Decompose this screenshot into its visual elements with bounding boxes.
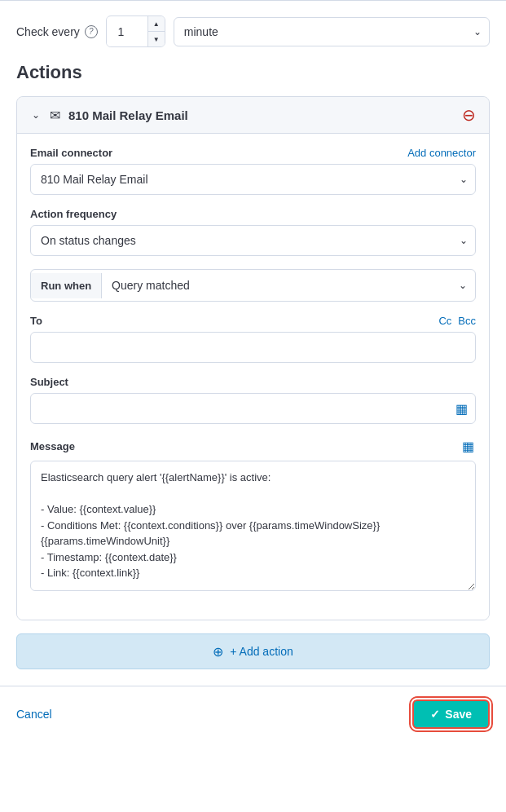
action-card-body: Email connector Add connector 810 Mail R… xyxy=(17,133,489,620)
stepper-up-button[interactable]: ▲ xyxy=(148,16,165,31)
collapse-button[interactable]: ⌄ xyxy=(30,108,42,122)
message-textarea[interactable]: Elasticsearch query alert '{{alertName}}… xyxy=(30,461,476,591)
bcc-link[interactable]: Bcc xyxy=(458,315,476,327)
cancel-button[interactable]: Cancel xyxy=(16,704,52,724)
plus-circle-icon: ⊕ xyxy=(213,644,223,660)
message-field: Message ▦ Elasticsearch query alert '{{a… xyxy=(30,437,476,594)
action-card-header: ⌄ ✉ 810 Mail Relay Email ⊖ xyxy=(17,97,489,133)
minus-circle-icon: ⊖ xyxy=(462,107,476,123)
number-stepper: ▲ ▼ xyxy=(147,16,165,46)
add-action-label: + Add action xyxy=(230,645,293,658)
actions-section: Actions ⌄ ✉ 810 Mail Relay Email ⊖ Email… xyxy=(0,62,506,669)
stepper-down-button[interactable]: ▼ xyxy=(148,32,165,46)
check-every-section: Check every ? ▲ ▼ minute second hour day… xyxy=(0,1,506,62)
subject-field: Subject ▦ xyxy=(30,376,476,424)
subject-input-wrapper: ▦ xyxy=(30,393,476,424)
save-button[interactable]: ✓ Save xyxy=(412,699,490,729)
action-frequency-field: Action frequency On status changes On ch… xyxy=(30,208,476,256)
actions-title: Actions xyxy=(16,62,490,83)
check-every-text: Check every xyxy=(16,25,80,38)
action-card-title: 810 Mail Relay Email xyxy=(68,108,454,122)
to-input[interactable] xyxy=(30,332,476,363)
action-frequency-label: Action frequency xyxy=(30,208,117,220)
run-when-prefix-label: Run when xyxy=(31,273,102,298)
footer: Cancel ✓ Save xyxy=(0,686,506,742)
run-when-field: Run when Query matched Query not matched… xyxy=(30,269,476,302)
checkmark-icon: ✓ xyxy=(430,708,440,721)
cc-link[interactable]: Cc xyxy=(438,315,451,327)
run-when-select[interactable]: Query matched Query not matched xyxy=(102,270,475,301)
action-card: ⌄ ✉ 810 Mail Relay Email ⊖ Email connect… xyxy=(16,96,490,620)
check-every-help-icon[interactable]: ? xyxy=(85,25,98,38)
email-connector-select-wrapper: 810 Mail Relay Email ⌄ xyxy=(30,164,476,195)
message-variable-icon: ▦ xyxy=(462,439,474,454)
unit-select[interactable]: minute second hour day xyxy=(174,17,490,46)
add-action-button[interactable]: ⊕ + Add action xyxy=(16,633,490,669)
to-label: To xyxy=(30,315,42,327)
unit-select-wrapper: minute second hour day ⌄ xyxy=(174,17,490,46)
subject-variable-button[interactable]: ▦ xyxy=(454,399,469,418)
message-textarea-wrapper: Elasticsearch query alert '{{alertName}}… xyxy=(30,461,476,594)
check-every-number-input[interactable] xyxy=(107,17,147,46)
variable-icon: ▦ xyxy=(455,401,468,417)
run-when-row: Run when Query matched Query not matched… xyxy=(30,269,476,302)
subject-label: Subject xyxy=(30,376,68,388)
message-variable-button[interactable]: ▦ xyxy=(460,437,476,456)
to-field: To Cc Bcc xyxy=(30,315,476,363)
subject-input[interactable] xyxy=(30,393,476,424)
remove-action-button[interactable]: ⊖ xyxy=(462,107,476,123)
message-label: Message xyxy=(30,440,75,452)
action-frequency-select[interactable]: On status changes On check intervals On … xyxy=(30,225,476,256)
cc-bcc-links: Cc Bcc xyxy=(438,315,476,327)
email-connector-label: Email connector xyxy=(30,147,112,159)
check-every-number-input-wrapper: ▲ ▼ xyxy=(106,15,165,47)
action-frequency-select-wrapper: On status changes On check intervals On … xyxy=(30,225,476,256)
check-every-label: Check every ? xyxy=(16,25,98,38)
email-connector-select[interactable]: 810 Mail Relay Email xyxy=(30,164,476,195)
save-button-label: Save xyxy=(445,708,472,721)
add-connector-link[interactable]: Add connector xyxy=(407,147,476,159)
email-connector-field: Email connector Add connector 810 Mail R… xyxy=(30,147,476,195)
mail-icon: ✉ xyxy=(50,108,60,123)
